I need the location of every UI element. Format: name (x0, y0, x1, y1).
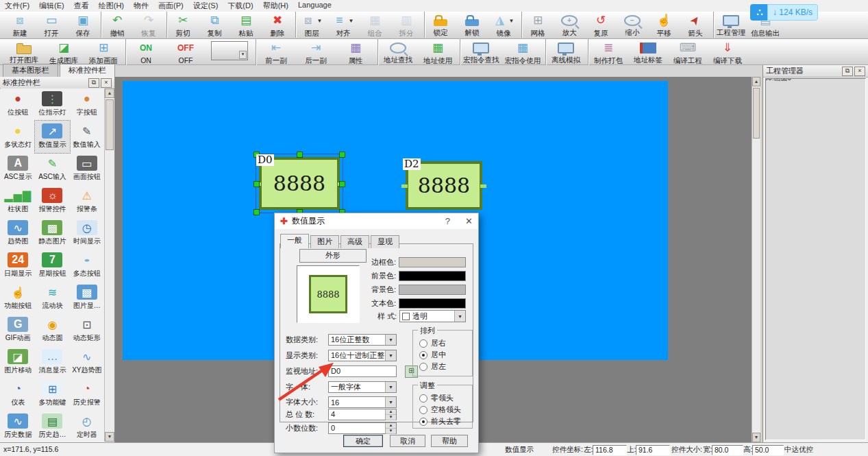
toolbar-button[interactable]: ✂ ▼ 剪切 (166, 12, 199, 38)
palette-item[interactable]: ⋮ 位指示灯 (35, 88, 69, 121)
radio-icon[interactable] (419, 363, 427, 371)
radio-option[interactable]: 空格领头 (413, 404, 472, 416)
close-icon[interactable]: ✕ (465, 216, 473, 226)
toolbar-button[interactable]: ⌨ 编译工程 (668, 39, 708, 65)
resize-handle[interactable] (253, 181, 260, 187)
menu-item[interactable]: 下载(D) (223, 1, 258, 11)
spinner[interactable]: ▲▼ (385, 409, 396, 420)
chevron-down-icon[interactable]: ▼ (239, 51, 247, 59)
color-swatch[interactable] (399, 271, 466, 281)
palette-item[interactable]: … 消息显示 (35, 346, 69, 379)
palette-item[interactable]: ☼ 报警控件 (35, 185, 69, 217)
palette-item[interactable]: 24 日期显示 (1, 250, 35, 282)
resize-handle[interactable] (339, 152, 345, 158)
numeric-display-widget[interactable]: D2 8888 (406, 161, 482, 210)
radio-option[interactable]: 前头去零 (413, 416, 472, 427)
scrollbar-thumb[interactable] (106, 99, 114, 150)
help-button[interactable]: 帮助 (431, 435, 468, 447)
radio-icon[interactable] (419, 351, 427, 359)
dialog-tab[interactable]: 显现 (371, 235, 399, 248)
canvas-scrollbar[interactable]: ▲ ▼ (752, 77, 760, 442)
font-combo[interactable]: 一般字体 ▼ (328, 381, 397, 393)
data-type-combo[interactable]: 16位正整数 ▼ (328, 334, 397, 346)
ok-button[interactable]: 确定 (343, 435, 383, 447)
font-size-combo[interactable]: 16 ▼ (328, 396, 397, 408)
toolbar-button[interactable]: ≣ 制作打包 (588, 39, 628, 65)
spinner-up-icon[interactable]: ▲ (386, 409, 396, 415)
scrollbar-thumb[interactable] (753, 88, 760, 139)
palette-item[interactable]: 7 星期按钮 (35, 250, 69, 282)
toolbar-button[interactable]: ▦ 属性 (336, 39, 375, 65)
resize-handle[interactable] (339, 181, 345, 187)
toolbar-button[interactable]: 地址标签 (628, 39, 668, 65)
toolbar-button[interactable]: ↷ ▼ 恢复 (133, 12, 164, 38)
toolbar-button[interactable]: ⇥ 后一副 (296, 39, 336, 65)
radio-icon[interactable] (419, 394, 427, 403)
toolbar-button[interactable]: ▼ 解锁 (456, 12, 488, 38)
palette-tab[interactable]: 标准控件栏 (60, 64, 115, 77)
chevron-down-icon[interactable]: ▼ (317, 18, 323, 24)
width-value-input[interactable]: 80.0 (712, 445, 743, 455)
toolbar-button[interactable]: ▦ 地址使用 (418, 39, 458, 65)
toolbar-button[interactable]: ☝ ▼ 平移 (648, 12, 680, 38)
toolbar-button[interactable]: ⊞ 添加画面 (84, 39, 123, 65)
float-panel-icon[interactable]: ⧉ (88, 78, 99, 88)
color-swatch[interactable] (399, 298, 466, 309)
palette-item[interactable]: G GIF动画 (1, 314, 35, 346)
chevron-down-icon[interactable]: ▼ (385, 335, 396, 345)
menu-item[interactable]: 画面(P) (153, 1, 188, 11)
toolbar-button[interactable]: ◮ ▼ 镜像 (488, 12, 519, 38)
toolbar-button[interactable]: − ▼ 缩小 (617, 12, 648, 38)
palette-tab[interactable]: 基本图形栏 (3, 64, 58, 77)
toolbar-button[interactable]: ON ON (125, 39, 166, 65)
total-digits-input[interactable]: 4 ▲▼ (328, 409, 397, 420)
toolbar-button[interactable]: 宏指令查找 (460, 39, 502, 65)
palette-item[interactable]: ∿ 趋势图 (1, 217, 35, 250)
palette-item[interactable]: ▭ 画面按钮 (70, 153, 104, 185)
chevron-down-icon[interactable]: ▼ (385, 397, 396, 407)
style-combo[interactable]: 透明 ▼ (399, 310, 466, 322)
toolbar-button[interactable]: 打开图库 (4, 39, 44, 65)
chevron-down-icon[interactable]: ▼ (349, 18, 354, 24)
menu-item[interactable]: 查看 (69, 1, 94, 11)
toolbar-button[interactable]: + ▼ 放大 (554, 12, 585, 38)
toolbar-button[interactable]: ↶ ▼ 撤销 (101, 12, 133, 38)
palette-item[interactable]: ⊡ 动态矩形 (70, 314, 104, 346)
palette-item[interactable]: ⚠ 报警条 (70, 185, 104, 217)
scroll-up-icon[interactable]: ▲ (105, 88, 114, 98)
palette-item[interactable]: ↗ 数值显示 (35, 121, 69, 153)
toolbar-button[interactable]: ▤ ▼ 粘贴 (230, 12, 262, 38)
decimal-digits-input[interactable]: 0 ▲▼ (328, 422, 397, 434)
spinner-up-icon[interactable]: ▲ (386, 423, 396, 429)
menu-item[interactable]: 编辑(E) (34, 1, 69, 11)
palette-item[interactable]: ◷ 时间显示 (70, 217, 104, 250)
color-swatch[interactable] (399, 285, 466, 295)
palette-item[interactable]: ▤ 历史趋… (35, 411, 69, 442)
toolbar-button[interactable]: ▦ 宏指令使用 (502, 39, 544, 65)
radio-option[interactable]: 居中 (413, 349, 472, 361)
spinner[interactable]: ▲▼ (385, 423, 396, 433)
palette-item[interactable]: ▩ 静态图片 (35, 217, 69, 250)
palette-item[interactable]: ▩ 图片显… (70, 282, 104, 314)
toolbar-button[interactable]: ▣ ▼ 保存 (67, 12, 99, 38)
toolbar-button[interactable]: ⊞ ▼ 网格 (521, 12, 554, 38)
toolbar-button[interactable]: ⧉ ▼ 复制 (199, 12, 230, 38)
height-value-input[interactable]: 50.0 (752, 445, 784, 455)
cancel-button[interactable]: 取消 (390, 435, 425, 447)
spinner-down-icon[interactable]: ▼ (386, 429, 396, 434)
top-value-input[interactable]: 91.6 (636, 445, 670, 455)
palette-item[interactable]: ≋ 流动块 (35, 282, 69, 314)
spinner-down-icon[interactable]: ▼ (386, 415, 396, 420)
palette-item[interactable]: ◔ 历史报警 (70, 379, 104, 411)
palette-item[interactable]: ◴ 定时器 (70, 411, 104, 442)
palette-item[interactable]: ✎ ASC输入 (35, 153, 69, 185)
toolbar-button[interactable]: ↺ ▼ 复原 (585, 12, 617, 38)
radio-icon[interactable] (419, 406, 427, 414)
palette-item[interactable]: ⊞ 多功能键 (35, 379, 69, 411)
close-panel-icon[interactable]: × (854, 67, 865, 76)
radio-icon[interactable] (419, 339, 427, 348)
palette-scrollbar[interactable]: ▲ ▼ (104, 88, 114, 442)
toolbar-button[interactable]: 地址查找 (377, 39, 418, 65)
chevron-down-icon[interactable]: ▼ (385, 350, 396, 361)
float-panel-icon[interactable]: ⧉ (842, 67, 853, 76)
